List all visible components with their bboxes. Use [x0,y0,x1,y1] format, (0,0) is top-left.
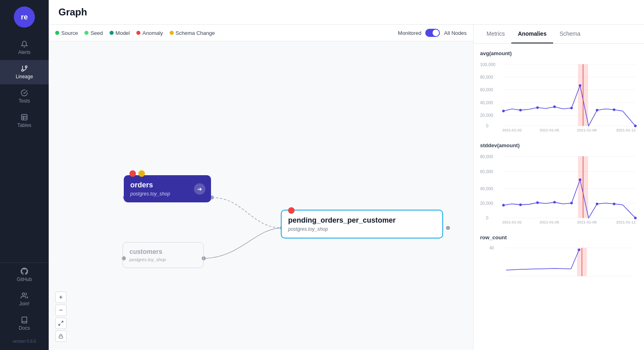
tab-metrics[interactable]: Metrics [480,25,511,43]
node-pending-orders[interactable]: pending_orders_per_customer postgres.toy… [281,210,443,238]
sidebar-item-tests[interactable]: Tests [0,84,49,109]
model-dot [110,31,114,35]
schema-change-dot [170,31,174,35]
chart-avg-container: 100,000 80,000 60,000 40,000 20,000 0 [480,60,638,133]
pending-anomaly-badge [288,207,295,214]
svg-point-31 [502,110,505,112]
fit-view-button[interactable] [55,318,67,329]
node-orders[interactable]: orders postgres.toy_shop ➜ [124,175,211,202]
svg-point-63 [613,203,615,205]
svg-text:20,000: 20,000 [480,113,493,118]
sidebar-item-alerts[interactable]: Alerts [0,36,49,60]
svg-point-60 [570,202,573,204]
sidebar-bottom: GitHub Join! Docs version 0.6.0 [0,262,49,350]
tab-schema[interactable]: Schema [553,25,587,43]
toggle-thumb [433,30,439,36]
sidebar-item-github[interactable]: GitHub [0,263,49,287]
svg-point-58 [536,202,538,204]
page-header: Graph [49,0,644,25]
chart-avg-amount: avg(amount) 100,000 80,000 60,000 40,000… [480,50,638,133]
svg-text:2021-01-08: 2021-01-08 [577,128,597,132]
svg-text:20,000: 20,000 [480,201,493,206]
main-content: Graph Source Seed Model Ano [49,0,644,350]
chart-stddev-svg: 80,000 60,000 40,000 20,000 0 [480,152,638,225]
zoom-controls: + − [55,292,67,342]
node-orders-badges [129,170,145,177]
svg-point-33 [536,106,538,109]
svg-text:2021-01-02: 2021-01-02 [502,128,522,132]
node-customers[interactable]: customers postgres.toy_shop [123,242,204,268]
svg-text:2021-01-05: 2021-01-05 [540,220,559,224]
svg-point-36 [579,84,581,87]
toolbar-right: Monitored All Nodes [398,29,467,37]
check-circle-icon [21,89,28,97]
svg-point-32 [519,109,521,111]
legend-seed: Seed [84,30,103,36]
svg-text:80,000: 80,000 [480,155,493,159]
svg-point-59 [553,201,556,203]
monitored-toggle[interactable] [425,29,440,37]
orders-schema-badge [138,170,145,177]
svg-text:80,000: 80,000 [480,75,493,79]
tab-anomalies[interactable]: Anomalies [511,25,553,43]
chart-stddev-amount: stddev(amount) 80,000 60,000 40,000 20,0… [480,142,638,225]
orders-anomaly-badge [129,170,136,177]
page-title: Graph [58,6,634,18]
sidebar-github-label: GitHub [17,277,32,282]
chart-rowcount-title: row_count [480,234,638,240]
lock-button[interactable] [55,331,67,342]
orders-node-schema: postgres.toy_shop [130,191,205,197]
pending-node-schema: postgres.toy_shop [288,226,436,232]
svg-rect-16 [59,336,63,339]
svg-point-38 [613,108,615,111]
legend-source: Source [55,30,78,36]
app-logo[interactable]: re [14,6,35,28]
right-panel-content: avg(amount) 100,000 80,000 60,000 40,000… [474,44,644,350]
seed-dot [84,31,88,35]
svg-text:2021-01-05: 2021-01-05 [540,128,559,132]
svg-text:100,000: 100,000 [480,62,495,67]
chart-avg-svg: 100,000 80,000 60,000 40,000 20,000 0 [480,60,638,133]
svg-text:60,000: 60,000 [480,88,493,92]
sidebar-item-lineage[interactable]: Lineage [0,60,49,84]
svg-text:2021-01-11: 2021-01-11 [616,128,636,132]
customers-node-schema: postgres.toy_shop [129,257,197,262]
orders-node-title: orders [130,181,205,189]
sidebar-item-join[interactable]: Join! [0,287,49,311]
chart-stddev-title: stddev(amount) [480,142,638,148]
book-icon [21,316,28,324]
graph-connections-svg [49,41,473,350]
users-icon [21,292,28,299]
sidebar-item-tables[interactable]: Tables [0,109,49,133]
customers-node-title: customers [129,248,197,256]
legend-seed-label: Seed [90,30,103,36]
svg-point-56 [502,204,505,206]
svg-point-57 [519,204,521,206]
right-panel-tabs: Metrics Anomalies Schema [474,25,644,44]
legend-source-label: Source [61,30,78,36]
zoom-in-button[interactable]: + [55,292,67,303]
graph-toolbar: Source Seed Model Anomaly Schema Change [49,25,473,41]
svg-point-2 [22,69,24,71]
sidebar-item-docs[interactable]: Docs [0,311,49,336]
svg-text:60,000: 60,000 [480,170,493,174]
zoom-out-button[interactable]: − [55,305,67,316]
sidebar-lineage-label: Lineage [16,74,33,79]
graph-canvas: orders postgres.toy_shop ➜ pending_order… [49,41,473,350]
sidebar: re Alerts Lineage Tests [0,0,49,350]
right-panel: Metrics Anomalies Schema avg(amount) 100… [474,25,644,350]
svg-point-34 [553,105,556,108]
version-label: version 0.6.0 [0,336,49,347]
github-icon [21,268,28,275]
orders-arrow-button[interactable]: ➜ [194,183,205,195]
legend-schema-change-label: Schema Change [176,30,215,36]
chart-avg-title: avg(amount) [480,50,638,56]
sidebar-docs-label: Docs [19,325,30,331]
svg-point-1 [25,66,27,68]
svg-point-37 [596,109,598,111]
anomaly-dot [136,31,140,35]
svg-point-64 [634,217,637,219]
sidebar-nav: Alerts Lineage Tests [0,36,49,262]
lock-icon [58,334,63,339]
content-area: Source Seed Model Anomaly Schema Change [49,25,644,350]
